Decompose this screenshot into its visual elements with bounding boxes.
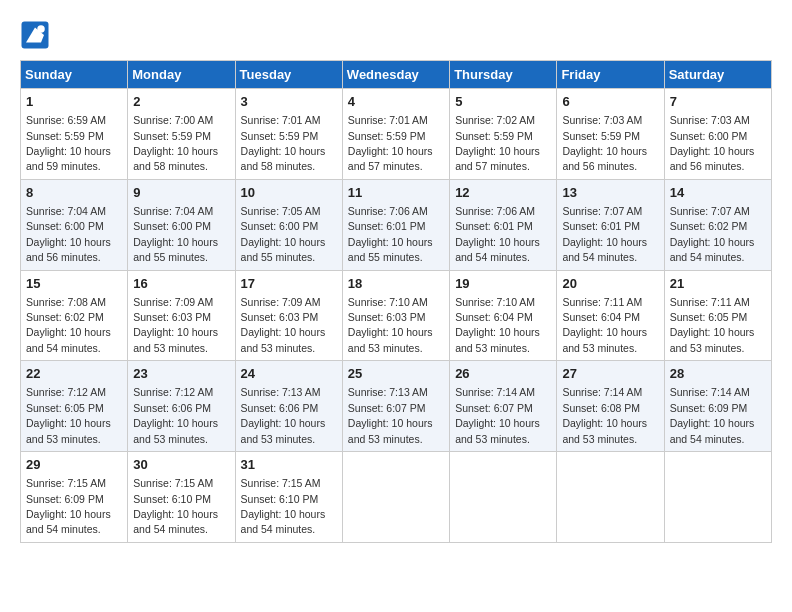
- day-info: Sunrise: 7:00 AMSunset: 5:59 PMDaylight:…: [133, 114, 218, 172]
- logo-icon: [20, 20, 50, 50]
- day-number: 7: [670, 93, 766, 111]
- day-number: 27: [562, 365, 658, 383]
- calendar-cell: 30Sunrise: 7:15 AMSunset: 6:10 PMDayligh…: [128, 452, 235, 543]
- day-number: 28: [670, 365, 766, 383]
- calendar-cell: 3Sunrise: 7:01 AMSunset: 5:59 PMDaylight…: [235, 89, 342, 180]
- day-info: Sunrise: 7:14 AMSunset: 6:08 PMDaylight:…: [562, 386, 647, 444]
- day-number: 17: [241, 275, 337, 293]
- calendar-cell: 7Sunrise: 7:03 AMSunset: 6:00 PMDaylight…: [664, 89, 771, 180]
- calendar-cell: 29Sunrise: 7:15 AMSunset: 6:09 PMDayligh…: [21, 452, 128, 543]
- day-info: Sunrise: 7:15 AMSunset: 6:09 PMDaylight:…: [26, 477, 111, 535]
- day-number: 25: [348, 365, 444, 383]
- calendar-cell: 16Sunrise: 7:09 AMSunset: 6:03 PMDayligh…: [128, 270, 235, 361]
- calendar-cell: 11Sunrise: 7:06 AMSunset: 6:01 PMDayligh…: [342, 179, 449, 270]
- day-number: 9: [133, 184, 229, 202]
- day-info: Sunrise: 7:02 AMSunset: 5:59 PMDaylight:…: [455, 114, 540, 172]
- day-number: 26: [455, 365, 551, 383]
- calendar-cell: 13Sunrise: 7:07 AMSunset: 6:01 PMDayligh…: [557, 179, 664, 270]
- page-header: [20, 20, 772, 50]
- day-info: Sunrise: 7:08 AMSunset: 6:02 PMDaylight:…: [26, 296, 111, 354]
- day-info: Sunrise: 7:10 AMSunset: 6:04 PMDaylight:…: [455, 296, 540, 354]
- calendar-cell: 8Sunrise: 7:04 AMSunset: 6:00 PMDaylight…: [21, 179, 128, 270]
- day-number: 12: [455, 184, 551, 202]
- calendar-cell: 21Sunrise: 7:11 AMSunset: 6:05 PMDayligh…: [664, 270, 771, 361]
- calendar-cell: [557, 452, 664, 543]
- calendar-cell: 28Sunrise: 7:14 AMSunset: 6:09 PMDayligh…: [664, 361, 771, 452]
- calendar-cell: 18Sunrise: 7:10 AMSunset: 6:03 PMDayligh…: [342, 270, 449, 361]
- calendar-week: 29Sunrise: 7:15 AMSunset: 6:09 PMDayligh…: [21, 452, 772, 543]
- day-info: Sunrise: 7:14 AMSunset: 6:07 PMDaylight:…: [455, 386, 540, 444]
- calendar-cell: [450, 452, 557, 543]
- day-number: 4: [348, 93, 444, 111]
- calendar-cell: [664, 452, 771, 543]
- day-info: Sunrise: 7:01 AMSunset: 5:59 PMDaylight:…: [241, 114, 326, 172]
- calendar-cell: 12Sunrise: 7:06 AMSunset: 6:01 PMDayligh…: [450, 179, 557, 270]
- weekday-header: Friday: [557, 61, 664, 89]
- day-number: 29: [26, 456, 122, 474]
- calendar-cell: 25Sunrise: 7:13 AMSunset: 6:07 PMDayligh…: [342, 361, 449, 452]
- calendar-cell: 24Sunrise: 7:13 AMSunset: 6:06 PMDayligh…: [235, 361, 342, 452]
- day-info: Sunrise: 7:13 AMSunset: 6:07 PMDaylight:…: [348, 386, 433, 444]
- day-info: Sunrise: 7:04 AMSunset: 6:00 PMDaylight:…: [26, 205, 111, 263]
- calendar-cell: 19Sunrise: 7:10 AMSunset: 6:04 PMDayligh…: [450, 270, 557, 361]
- day-number: 10: [241, 184, 337, 202]
- day-number: 15: [26, 275, 122, 293]
- logo: [20, 20, 54, 50]
- day-number: 14: [670, 184, 766, 202]
- day-number: 6: [562, 93, 658, 111]
- day-number: 21: [670, 275, 766, 293]
- weekday-row: SundayMondayTuesdayWednesdayThursdayFrid…: [21, 61, 772, 89]
- day-info: Sunrise: 7:06 AMSunset: 6:01 PMDaylight:…: [455, 205, 540, 263]
- calendar-cell: [342, 452, 449, 543]
- weekday-header: Sunday: [21, 61, 128, 89]
- day-info: Sunrise: 7:01 AMSunset: 5:59 PMDaylight:…: [348, 114, 433, 172]
- calendar-body: 1Sunrise: 6:59 AMSunset: 5:59 PMDaylight…: [21, 89, 772, 543]
- calendar-week: 1Sunrise: 6:59 AMSunset: 5:59 PMDaylight…: [21, 89, 772, 180]
- day-number: 13: [562, 184, 658, 202]
- day-number: 23: [133, 365, 229, 383]
- day-number: 1: [26, 93, 122, 111]
- calendar-cell: 9Sunrise: 7:04 AMSunset: 6:00 PMDaylight…: [128, 179, 235, 270]
- calendar-cell: 26Sunrise: 7:14 AMSunset: 6:07 PMDayligh…: [450, 361, 557, 452]
- day-info: Sunrise: 7:11 AMSunset: 6:05 PMDaylight:…: [670, 296, 755, 354]
- day-info: Sunrise: 7:14 AMSunset: 6:09 PMDaylight:…: [670, 386, 755, 444]
- day-info: Sunrise: 7:07 AMSunset: 6:01 PMDaylight:…: [562, 205, 647, 263]
- day-number: 20: [562, 275, 658, 293]
- day-number: 2: [133, 93, 229, 111]
- day-number: 5: [455, 93, 551, 111]
- day-info: Sunrise: 7:09 AMSunset: 6:03 PMDaylight:…: [133, 296, 218, 354]
- calendar-cell: 27Sunrise: 7:14 AMSunset: 6:08 PMDayligh…: [557, 361, 664, 452]
- day-info: Sunrise: 7:10 AMSunset: 6:03 PMDaylight:…: [348, 296, 433, 354]
- day-number: 31: [241, 456, 337, 474]
- weekday-header: Saturday: [664, 61, 771, 89]
- weekday-header: Tuesday: [235, 61, 342, 89]
- calendar-cell: 15Sunrise: 7:08 AMSunset: 6:02 PMDayligh…: [21, 270, 128, 361]
- day-info: Sunrise: 7:15 AMSunset: 6:10 PMDaylight:…: [133, 477, 218, 535]
- calendar-header: SundayMondayTuesdayWednesdayThursdayFrid…: [21, 61, 772, 89]
- calendar-cell: 6Sunrise: 7:03 AMSunset: 5:59 PMDaylight…: [557, 89, 664, 180]
- calendar-table: SundayMondayTuesdayWednesdayThursdayFrid…: [20, 60, 772, 543]
- day-number: 16: [133, 275, 229, 293]
- calendar-week: 15Sunrise: 7:08 AMSunset: 6:02 PMDayligh…: [21, 270, 772, 361]
- calendar-cell: 14Sunrise: 7:07 AMSunset: 6:02 PMDayligh…: [664, 179, 771, 270]
- weekday-header: Monday: [128, 61, 235, 89]
- day-info: Sunrise: 7:03 AMSunset: 5:59 PMDaylight:…: [562, 114, 647, 172]
- calendar-cell: 10Sunrise: 7:05 AMSunset: 6:00 PMDayligh…: [235, 179, 342, 270]
- day-info: Sunrise: 7:04 AMSunset: 6:00 PMDaylight:…: [133, 205, 218, 263]
- day-info: Sunrise: 7:05 AMSunset: 6:00 PMDaylight:…: [241, 205, 326, 263]
- calendar-cell: 4Sunrise: 7:01 AMSunset: 5:59 PMDaylight…: [342, 89, 449, 180]
- day-info: Sunrise: 7:09 AMSunset: 6:03 PMDaylight:…: [241, 296, 326, 354]
- calendar-cell: 20Sunrise: 7:11 AMSunset: 6:04 PMDayligh…: [557, 270, 664, 361]
- day-number: 3: [241, 93, 337, 111]
- calendar-week: 8Sunrise: 7:04 AMSunset: 6:00 PMDaylight…: [21, 179, 772, 270]
- calendar-week: 22Sunrise: 7:12 AMSunset: 6:05 PMDayligh…: [21, 361, 772, 452]
- day-info: Sunrise: 7:13 AMSunset: 6:06 PMDaylight:…: [241, 386, 326, 444]
- day-info: Sunrise: 7:12 AMSunset: 6:05 PMDaylight:…: [26, 386, 111, 444]
- day-info: Sunrise: 7:12 AMSunset: 6:06 PMDaylight:…: [133, 386, 218, 444]
- calendar-cell: 5Sunrise: 7:02 AMSunset: 5:59 PMDaylight…: [450, 89, 557, 180]
- calendar-cell: 2Sunrise: 7:00 AMSunset: 5:59 PMDaylight…: [128, 89, 235, 180]
- calendar-cell: 23Sunrise: 7:12 AMSunset: 6:06 PMDayligh…: [128, 361, 235, 452]
- day-number: 22: [26, 365, 122, 383]
- day-number: 11: [348, 184, 444, 202]
- calendar-cell: 31Sunrise: 7:15 AMSunset: 6:10 PMDayligh…: [235, 452, 342, 543]
